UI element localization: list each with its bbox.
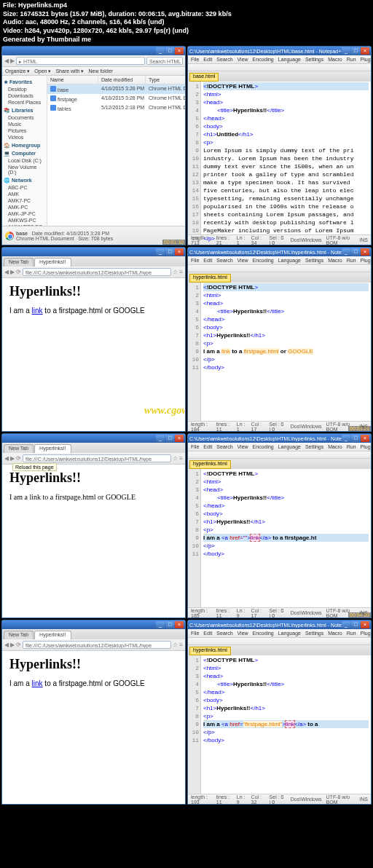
titlebar[interactable]: _□× xyxy=(2,620,185,629)
menu-macro[interactable]: Macro xyxy=(328,57,342,62)
menu-lang[interactable]: Language xyxy=(278,57,301,62)
menu-set[interactable]: Settings xyxy=(305,57,323,62)
tab-new[interactable]: New Tab xyxy=(4,444,34,453)
address-input[interactable]: ▸ HTML xyxy=(16,57,145,65)
organize-btn[interactable]: Organize ▾ xyxy=(5,68,30,74)
titlebar[interactable]: _□× xyxy=(2,434,185,443)
close-btn[interactable]: × xyxy=(361,47,369,55)
tab-active[interactable]: Hyperlinks!! xyxy=(34,631,71,639)
tab-active[interactable]: Hyperlinks!! xyxy=(34,444,71,453)
fwd-icon[interactable]: ▶ xyxy=(10,455,15,462)
url-input[interactable]: file:///C:/Users/amkwebsolutions12/Deskt… xyxy=(23,268,171,276)
titlebar[interactable]: C:\Users\amkwebsolutions12\Desktop\HTML\… xyxy=(188,620,371,629)
search-input[interactable]: Search HTML xyxy=(146,57,183,65)
code-editor[interactable]: <!DOCTYPE HTML> <html> <head> <title>Hyp… xyxy=(201,655,371,794)
nav-item[interactable]: ABC-PC xyxy=(4,184,45,191)
max-btn[interactable]: □ xyxy=(351,248,360,256)
nav-item[interactable]: Documents xyxy=(4,114,45,121)
close-btn[interactable]: × xyxy=(361,435,369,442)
back-icon[interactable]: ◀ xyxy=(4,642,9,648)
nav-item[interactable]: AMK-PC xyxy=(4,204,45,210)
menu-edit[interactable]: Edit xyxy=(203,57,212,62)
tab-base[interactable]: base.html xyxy=(189,73,219,82)
back-icon[interactable]: ◀ xyxy=(4,455,9,462)
file-row[interactable]: base 4/16/2015 3:28 PM Chrome HTML Do... xyxy=(47,84,186,94)
menu-run[interactable]: Run xyxy=(347,57,356,62)
min-btn[interactable]: _ xyxy=(342,435,350,442)
min-btn[interactable]: _ xyxy=(156,248,165,256)
nav-item[interactable]: AMK7-PC xyxy=(4,197,45,204)
url-input[interactable]: file:///C:/Users/amkwebsolutions12/Deskt… xyxy=(23,454,171,462)
nav-item[interactable]: Pictures xyxy=(4,127,45,134)
titlebar[interactable]: C:\Users\amkwebsolutions12\Desktop\HTML\… xyxy=(188,434,371,443)
nav-item[interactable]: New Volume (D:) xyxy=(4,164,45,175)
reload-icon[interactable]: ⟳ xyxy=(16,455,21,462)
close-btn[interactable]: × xyxy=(175,47,184,55)
tab-hyperlinks[interactable]: hyperlinks.html xyxy=(189,647,231,655)
fwd-icon[interactable]: ▶ xyxy=(10,269,15,275)
menu-icon[interactable]: ≡ xyxy=(179,269,183,275)
fwd-icon[interactable]: ▶ xyxy=(10,642,15,648)
titlebar[interactable]: _□× xyxy=(2,248,185,256)
max-btn[interactable]: □ xyxy=(165,621,174,628)
code-editor[interactable]: <!DOCTYPE HTML> <html> <head> <title>Hyp… xyxy=(201,469,371,607)
col-name[interactable]: Name xyxy=(47,76,98,84)
open-btn[interactable]: Open ▾ xyxy=(34,68,51,74)
close-btn[interactable]: × xyxy=(361,248,369,256)
back-icon[interactable]: ◀ xyxy=(4,269,9,275)
nav-item[interactable]: Local Disk (C:) xyxy=(4,157,45,164)
reload-icon[interactable]: ⟳ xyxy=(16,269,21,275)
star-icon[interactable]: ☆ xyxy=(173,642,178,648)
nav-item[interactable]: Recent Places xyxy=(4,99,45,106)
min-btn[interactable]: _ xyxy=(156,47,165,55)
tab-new[interactable]: New Tab xyxy=(4,258,34,267)
back-icon[interactable]: ◀ xyxy=(4,58,9,64)
menu-search[interactable]: Search xyxy=(216,57,232,62)
link[interactable]: link xyxy=(32,307,43,315)
newfolder-btn[interactable]: New folder xyxy=(88,68,112,74)
share-btn[interactable]: Share with ▾ xyxy=(55,68,84,74)
link[interactable]: link xyxy=(32,679,43,687)
star-icon[interactable]: ☆ xyxy=(173,455,178,462)
max-btn[interactable]: □ xyxy=(165,435,174,442)
min-btn[interactable]: _ xyxy=(342,248,350,256)
titlebar[interactable]: C:\Users\amkwebsolutions12\Desktop\HTML\… xyxy=(188,248,371,256)
menu-icon[interactable]: ≡ xyxy=(179,455,183,462)
nav-item[interactable]: AMK xyxy=(4,191,45,197)
menu-view[interactable]: View xyxy=(237,57,248,62)
tab-active[interactable]: Hyperlinks!! xyxy=(34,258,71,267)
nav-item[interactable]: Downloads xyxy=(4,92,45,99)
max-btn[interactable]: □ xyxy=(351,435,360,442)
nav-item[interactable]: AMK-JP-PC xyxy=(4,210,45,217)
close-btn[interactable]: × xyxy=(175,248,184,256)
close-btn[interactable]: × xyxy=(361,621,369,628)
max-btn[interactable]: □ xyxy=(351,621,360,628)
menu-icon[interactable]: ≡ xyxy=(179,642,183,648)
max-btn[interactable]: □ xyxy=(165,47,174,55)
close-btn[interactable]: × xyxy=(175,435,184,442)
max-btn[interactable]: □ xyxy=(165,248,174,256)
titlebar[interactable]: _□× xyxy=(2,47,185,55)
close-btn[interactable]: × xyxy=(175,621,184,628)
col-date[interactable]: Date modified xyxy=(98,76,146,84)
nav-item[interactable]: Videos xyxy=(4,134,45,141)
tab-hyperlinks[interactable]: hyperlinks.html xyxy=(189,274,231,283)
titlebar[interactable]: C:\Users\amkwebsolutions12\Desktop\HTML\… xyxy=(188,47,371,55)
code-editor[interactable]: <!DOCTYPE HTML> <html> <head> <title>Hyp… xyxy=(201,283,371,421)
code-editor[interactable]: <!DOCTYPE HTML> <html> <head> <title>Hyp… xyxy=(201,82,371,234)
file-row[interactable]: firstpage 4/16/2015 3:28 PM Chrome HTML … xyxy=(47,94,186,103)
star-icon[interactable]: ☆ xyxy=(173,269,178,275)
tab-new[interactable]: New Tab xyxy=(4,631,34,639)
nav-item[interactable]: Music xyxy=(4,121,45,127)
fwd-icon[interactable]: ▶ xyxy=(10,58,15,64)
min-btn[interactable]: _ xyxy=(156,621,165,628)
min-btn[interactable]: _ xyxy=(156,435,165,442)
lib-hdr[interactable]: 📚 Libraries xyxy=(4,108,45,114)
file-row[interactable]: tables 5/12/2015 2:18 PM Chrome HTML Do.… xyxy=(47,103,186,113)
min-btn[interactable]: _ xyxy=(342,621,350,628)
comp-hdr[interactable]: 💻 Computer xyxy=(4,151,45,157)
nav-item[interactable]: AMKWS-PC xyxy=(4,217,45,224)
menu-plug[interactable]: Plugins xyxy=(361,57,372,62)
menu-enc[interactable]: Encoding xyxy=(253,57,274,62)
net-hdr[interactable]: 🌐 Network xyxy=(4,178,45,184)
